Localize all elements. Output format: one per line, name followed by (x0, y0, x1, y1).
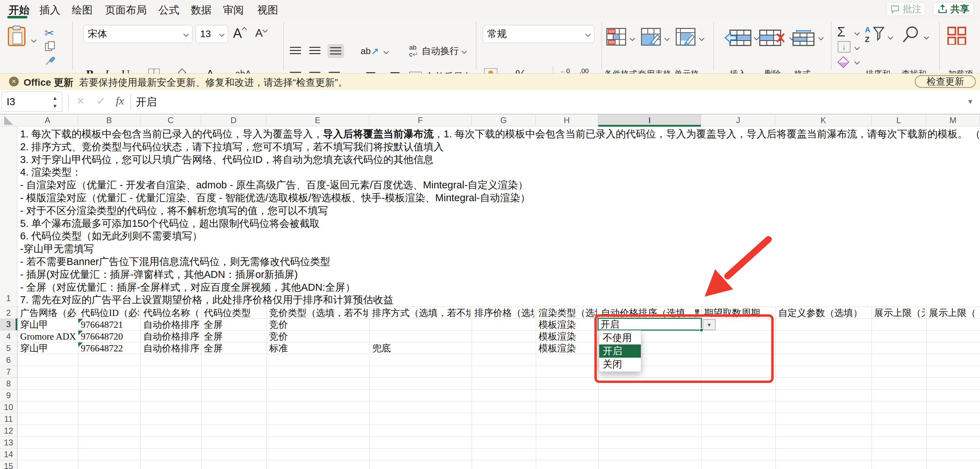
tab-draw[interactable]: 绘图 (72, 3, 92, 18)
align-bottom-button[interactable] (327, 44, 344, 58)
align-middle-button[interactable] (309, 47, 320, 54)
cell-C2[interactable]: 代码位名称（选 (143, 308, 200, 318)
row-header-9[interactable]: 9 (0, 391, 17, 400)
conditional-formatting-button[interactable] (606, 28, 626, 46)
cell-F5[interactable]: 兜底 (372, 343, 470, 354)
cell-J2[interactable]: 期望取数周期 (704, 308, 774, 318)
cell-B2[interactable]: 代码位ID（必填 (81, 308, 139, 318)
col-header-D[interactable]: D (201, 115, 266, 126)
autosum-button[interactable]: Σ (837, 25, 845, 40)
row-header-6[interactable]: 6 (0, 355, 17, 365)
number-format-combo[interactable]: 常规 (483, 25, 594, 43)
col-header-B[interactable]: B (78, 115, 140, 126)
cell-A5[interactable]: 穿山甲 (20, 343, 76, 354)
cell-B4[interactable]: 976648720 (81, 331, 139, 342)
close-icon[interactable]: × (9, 77, 19, 86)
tab-view[interactable]: 视图 (257, 3, 278, 18)
cell-dropdown-button[interactable]: ▼ (703, 319, 716, 330)
copy-button[interactable] (45, 41, 56, 52)
cell-F2[interactable]: 排序方式（选填，若不填写 (372, 308, 470, 318)
fill-down-button[interactable]: ↓ (838, 41, 850, 53)
decrease-font-button[interactable]: A (255, 27, 267, 40)
align-top-button[interactable] (290, 47, 301, 54)
paste-button[interactable] (7, 25, 26, 46)
cell-styles-chevron[interactable] (699, 36, 705, 41)
col-header-L[interactable]: L (872, 115, 926, 126)
cell-E2[interactable]: 竞价类型（选填，若不填写 (269, 308, 368, 318)
row-header-12[interactable]: 12 (0, 426, 17, 436)
format-as-table-chevron[interactable] (665, 36, 670, 41)
sort-filter-button[interactable]: A Z (864, 26, 885, 43)
font-name-combo[interactable]: 宋体 (83, 25, 192, 43)
cell-styles-button[interactable] (676, 28, 696, 46)
dropdown-option-disable[interactable]: 不使用 (599, 331, 641, 345)
row-header-8[interactable]: 8 (0, 379, 17, 389)
fill-dropdown-chevron[interactable] (854, 45, 860, 50)
cell-B5[interactable]: 976648722 (81, 343, 139, 354)
cell-K2[interactable]: 自定义参数（选填） (778, 308, 870, 318)
cell-G2[interactable]: 排序价格（选填 (474, 308, 535, 318)
delete-cells-button[interactable] (759, 29, 787, 46)
row-header-15[interactable]: 15 (0, 461, 17, 469)
cell-E5[interactable]: 标准 (269, 343, 368, 354)
find-select-chevron[interactable] (924, 34, 929, 40)
tab-review[interactable]: 审阅 (223, 3, 244, 18)
selected-cell-I3[interactable]: 开启 (598, 318, 702, 330)
find-select-button[interactable] (902, 26, 921, 43)
cut-button[interactable]: ✂ (45, 26, 54, 40)
tab-insert[interactable]: 插入 (40, 3, 60, 18)
row-header-7[interactable]: 7 (0, 367, 17, 377)
cell-E3[interactable]: 竞价 (269, 319, 368, 330)
dropdown-option-close[interactable]: 关闭 (599, 357, 641, 371)
tab-data[interactable]: 数据 (191, 3, 212, 18)
format-cells-button[interactable] (791, 29, 816, 46)
spinner-down-icon[interactable]: ▼ (52, 104, 57, 108)
cell-L2[interactable]: 展示上限（天） (874, 308, 925, 318)
col-header-H[interactable]: H (536, 115, 598, 126)
font-size-combo[interactable]: 13 (196, 25, 228, 43)
formula-bar-expand-icon[interactable]: ▼ (967, 98, 974, 106)
enter-icon[interactable]: ✓ (96, 94, 106, 107)
cell-H5[interactable]: 模板渲染 (539, 343, 597, 354)
row-header-13[interactable]: 13 (0, 438, 17, 448)
col-header-A[interactable]: A (18, 115, 78, 126)
cell-I2[interactable]: 自动价格排序（选填，默认 (601, 308, 700, 318)
cell-H4[interactable]: 模板渲染 (539, 331, 597, 342)
cell-B3[interactable]: 976648721 (81, 319, 139, 330)
clear-button-eraser-icon[interactable] (837, 56, 849, 68)
format-cells-chevron[interactable] (818, 35, 824, 41)
cell-D2[interactable]: 代码位类型 (204, 308, 265, 318)
conditional-formatting-chevron[interactable] (630, 36, 635, 41)
format-as-table-button[interactable] (641, 28, 661, 46)
row-header-10[interactable]: 10 (0, 402, 17, 412)
row-header-4[interactable]: 4 (0, 332, 17, 341)
sort-filter-chevron[interactable] (888, 34, 893, 40)
col-header-J[interactable]: J (701, 115, 775, 126)
cell-D4[interactable]: 全屏 (204, 331, 265, 342)
row-header-3[interactable]: 3 (0, 319, 17, 330)
check-updates-button[interactable]: 检查更新 (915, 75, 976, 88)
cell-H2[interactable]: 渲染类型（选填 (539, 308, 597, 318)
name-box[interactable]: I3 ▲▼ (2, 92, 62, 112)
cell-H3[interactable]: 模板渲染 (539, 319, 597, 330)
cell-D5[interactable]: 全屏 (204, 343, 265, 354)
orientation-button[interactable]: ab↗ (361, 45, 379, 57)
row-header-14[interactable]: 14 (0, 450, 17, 459)
row-header-11[interactable]: 11 (0, 414, 17, 424)
cell-D3[interactable]: 全屏 (204, 319, 265, 330)
tab-page-layout[interactable]: 页面布局 (105, 3, 147, 18)
col-header-F[interactable]: F (369, 115, 472, 126)
row-header-2[interactable]: 2 (0, 308, 17, 318)
col-header-C[interactable]: C (140, 115, 201, 126)
paste-dropdown-chevron[interactable] (31, 37, 37, 43)
cell-A2[interactable]: 广告网络（必填 (20, 308, 76, 318)
insert-function-icon[interactable]: fx (116, 94, 124, 107)
cell-A3[interactable]: 穿山甲 (20, 319, 76, 330)
insert-cells-button[interactable] (724, 29, 751, 46)
col-header-K[interactable]: K (775, 115, 872, 126)
formula-input[interactable]: 开启 (136, 95, 157, 109)
cell-A4[interactable]: Gromore ADX (20, 331, 76, 342)
cell-A1-instructions[interactable]: 1. 每次下载的模板中会包含当前已录入的代码位，导入为覆盖导入，导入后将覆盖当前… (20, 128, 977, 306)
spinner-up-icon[interactable]: ▲ (52, 96, 57, 100)
cell-C4[interactable]: 自动价格排序te (143, 331, 200, 342)
